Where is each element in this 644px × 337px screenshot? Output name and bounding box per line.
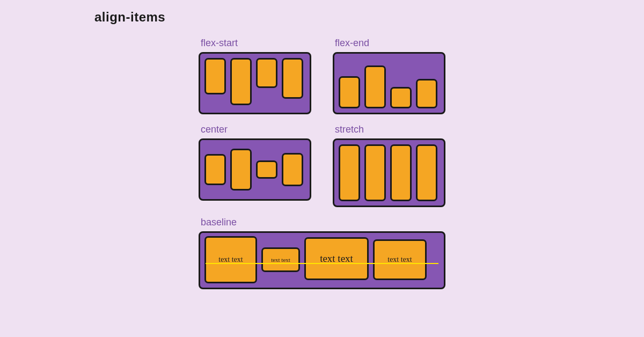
- examples-grid: flex-start flex-end center: [199, 38, 445, 289]
- flex-item-text: text text: [261, 247, 300, 272]
- flex-container-center: [199, 138, 311, 201]
- flex-container-flex-start: [199, 52, 311, 114]
- flex-item: [364, 65, 386, 108]
- flex-container-stretch: [333, 138, 445, 207]
- flex-item: [364, 144, 386, 201]
- flex-item-text: text text: [304, 237, 369, 280]
- diagram-root: align-items flex-start flex-end cen: [0, 0, 644, 337]
- flex-item-text: text text: [373, 239, 427, 280]
- flex-item: [282, 58, 303, 99]
- flex-item: [230, 149, 252, 191]
- example-flex-end: flex-end: [333, 38, 445, 114]
- flex-item-text: text text: [204, 236, 257, 283]
- example-label: center: [201, 124, 311, 135]
- example-flex-start: flex-start: [199, 38, 311, 114]
- page-title: align-items: [94, 10, 165, 25]
- flex-item: [282, 153, 303, 186]
- flex-container-baseline: text text text text text text text text: [199, 231, 445, 289]
- flex-item: [339, 76, 360, 108]
- example-baseline: baseline text text text text text text t…: [199, 217, 445, 289]
- flex-container-flex-end: [333, 52, 445, 114]
- example-label: stretch: [335, 124, 445, 135]
- example-stretch: stretch: [333, 124, 445, 207]
- flex-item: [256, 160, 277, 179]
- example-label: baseline: [201, 217, 445, 228]
- example-label: flex-end: [335, 38, 445, 49]
- flex-item: [339, 144, 360, 201]
- example-center: center: [199, 124, 311, 207]
- flex-item: [256, 58, 277, 88]
- flex-item: [390, 144, 412, 201]
- example-label: flex-start: [201, 38, 311, 49]
- flex-item: [204, 154, 226, 185]
- flex-item: [230, 58, 252, 105]
- flex-item: [204, 58, 226, 94]
- flex-item: [390, 87, 412, 108]
- flex-item: [416, 79, 437, 108]
- flex-item: [416, 144, 437, 201]
